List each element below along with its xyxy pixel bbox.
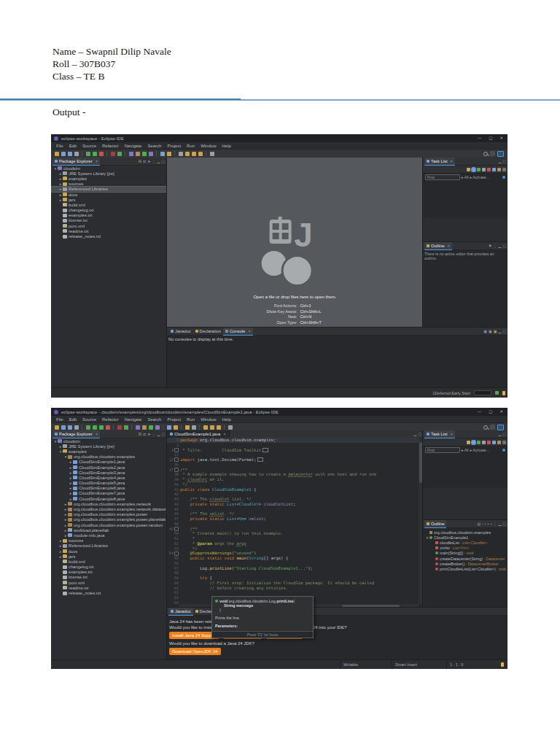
tree-item-docs[interactable]: ▸docs (51, 549, 166, 554)
debug-icon[interactable] (86, 425, 90, 430)
maximize-icon[interactable]: ▢ (502, 242, 506, 249)
tree-item-org-cloudbus-cloudsim-examples-network-datacenter[interactable]: ▸org.cloudbus.cloudsim.examples.network.… (51, 506, 166, 511)
tree-item-docs[interactable]: ▸docs (51, 192, 166, 197)
minimize-icon[interactable]: ▁ (498, 242, 501, 249)
view-menu-icon[interactable] (502, 168, 506, 171)
tab-outline[interactable]: Outline (424, 520, 446, 528)
forward-icon[interactable] (210, 425, 214, 430)
outline-item-createbroker[interactable]: createBroker(): DatacenterBroker (424, 561, 506, 566)
new-class-icon[interactable] (149, 425, 153, 430)
maximize-icon[interactable]: ▢ (161, 430, 165, 438)
filter-icon[interactable] (497, 168, 501, 171)
save-icon[interactable] (61, 425, 66, 430)
background-jobs-label[interactable]: 1Deferred Early Start (432, 391, 470, 395)
view-menu-icon[interactable]: ⋮ (493, 242, 497, 249)
tree-item-cloudsimexample3-java[interactable]: ▸CloudSimExample3.java (51, 470, 166, 475)
tree-item-sources[interactable]: ▸sources (51, 538, 166, 543)
search-flashlight-icon[interactable] (167, 425, 171, 430)
tree-item-org-cloudbus-cloudsim-examples-power[interactable]: ▸org.cloudbus.cloudsim.examples.power (51, 512, 166, 517)
collapse-all-icon[interactable]: ⊟ (139, 158, 141, 165)
categorized-icon[interactable] (472, 168, 475, 171)
focus-on-workweek-icon[interactable] (482, 168, 486, 171)
menu-edit[interactable]: Edit (66, 144, 79, 148)
tree-item-readme-txt[interactable]: readme.txt (51, 228, 166, 233)
fold-marker[interactable] (174, 457, 179, 462)
minimize-icon[interactable]: ▁ (498, 430, 501, 438)
hide-static-icon[interactable]: ▪ (485, 520, 486, 527)
tree-item-jre-system-library-jre[interactable]: ▸JRE System Library [jre] (51, 444, 166, 449)
minimize-icon[interactable]: ▁ (413, 430, 416, 438)
perspective-java-icon[interactable] (497, 425, 504, 430)
tree-item-referenced-libraries[interactable]: ▸Referenced Libraries (51, 187, 166, 192)
activate-link[interactable]: ▸ Activate... (470, 175, 490, 179)
view-menu-icon[interactable]: ⋮ (493, 520, 497, 527)
menu-window[interactable]: Window (198, 417, 219, 422)
maximize-icon[interactable]: ▢ (161, 158, 165, 165)
close-icon[interactable]: × (451, 159, 454, 163)
annotations-icon[interactable] (179, 152, 183, 156)
tree-item-license-txt[interactable]: license.txt (51, 575, 166, 580)
outline-item-main-string[interactable]: main(String[]): void (424, 551, 506, 556)
close-icon[interactable]: × (96, 159, 98, 163)
tab-package-explorer[interactable]: Package Explorer × (52, 430, 100, 438)
tree-item-cloudsimexample5-java[interactable]: ▸CloudSimExample5.java (51, 481, 166, 486)
tree-item-org-cloudbus-cloudsim-examples[interactable]: ▾org.cloudbus.cloudsim.examples (51, 454, 166, 460)
tree-item-changelog-txt[interactable]: changelog.txt (51, 565, 166, 570)
menu-run[interactable]: Run (184, 417, 198, 422)
scheduled-icon[interactable] (477, 168, 481, 171)
perspective-other-icon[interactable] (490, 425, 495, 430)
last-edit-icon[interactable] (198, 152, 203, 156)
back-icon[interactable] (185, 152, 190, 156)
close-icon[interactable]: × (248, 329, 251, 333)
hide-non-public-icon[interactable]: ▪ (488, 520, 489, 527)
new-java-project-icon[interactable] (136, 425, 140, 430)
save-icon[interactable] (61, 152, 66, 156)
tree-item-examples[interactable]: ▾examples (51, 449, 166, 454)
menu-help[interactable]: Help (219, 144, 233, 148)
print-icon[interactable] (74, 425, 79, 430)
menu-project[interactable]: Project (164, 144, 184, 148)
close-icon[interactable]: × (96, 432, 98, 436)
external-tools-icon[interactable] (106, 425, 110, 430)
search-icon[interactable] (483, 152, 488, 156)
filter-icon[interactable]: ⚑ (489, 242, 491, 249)
outline-item-cloudsimexample1[interactable]: ▾CloudSimExample1 (424, 535, 506, 540)
editor-area-empty[interactable]: J Open a file or drop files here to open… (167, 158, 423, 328)
outline-item-createdatacenter-string[interactable]: createDatacenter(String): Datacenter (424, 556, 506, 561)
outline-item-printcloudletlist-list-cloudlet[interactable]: printCloudletList(List<Cloudlet>): void (424, 566, 506, 571)
fold-marker[interactable] (174, 468, 179, 472)
sort-icon[interactable]: ▤ (478, 520, 481, 527)
menu-search[interactable]: Search (144, 144, 164, 148)
menu-file[interactable]: File (53, 417, 66, 422)
close-icon[interactable]: × (447, 244, 450, 248)
new-package-icon[interactable] (136, 152, 140, 156)
tab-javadoc[interactable]: Javadoc (168, 328, 193, 335)
hide-fields-icon[interactable]: ▪ (482, 520, 483, 527)
scheduled-icon[interactable] (477, 441, 481, 444)
tree-item-workload-planetlab[interactable]: ▸workload.planetlab (51, 527, 166, 533)
tree-item-referenced-libraries[interactable]: ▸Referenced Libraries (51, 543, 166, 549)
tree-item-release-notes-txt[interactable]: release_notes.txt (51, 233, 166, 239)
notification-bulb-icon[interactable] (502, 391, 505, 395)
activate-link[interactable]: ▸ Activate... (470, 448, 490, 452)
tree-item-org-cloudbus-cloudsim-examples-power-random[interactable]: ▸org.cloudbus.cloudsim.examples.power.ra… (51, 522, 166, 527)
menu-navigate[interactable]: Navigate (122, 144, 145, 148)
run-icon[interactable] (93, 152, 97, 156)
menu-project[interactable]: Project (164, 417, 184, 422)
annotations-icon[interactable] (192, 425, 196, 430)
maximize-icon[interactable]: ▢ (418, 430, 421, 438)
hide-completed-icon[interactable] (487, 441, 491, 444)
menu-source[interactable]: Source (79, 144, 99, 148)
view-menu-icon[interactable]: ⋮ (152, 158, 155, 165)
minimize-icon[interactable]: ▁ (498, 328, 501, 335)
minimize-icon[interactable]: ▁ (157, 158, 160, 165)
menu-navigate[interactable]: Navigate (122, 417, 145, 422)
collapse-all-icon[interactable]: ⊟ (139, 430, 141, 438)
help-icon[interactable] (502, 176, 505, 179)
tab-declaration[interactable]: Declaration (193, 328, 223, 335)
new-package-icon[interactable] (142, 425, 147, 430)
search-flashlight-icon[interactable] (160, 152, 165, 156)
minimize-icon[interactable]: — (478, 408, 482, 416)
group-by-icon[interactable] (492, 168, 496, 171)
tab-console[interactable]: Console× (223, 328, 253, 336)
